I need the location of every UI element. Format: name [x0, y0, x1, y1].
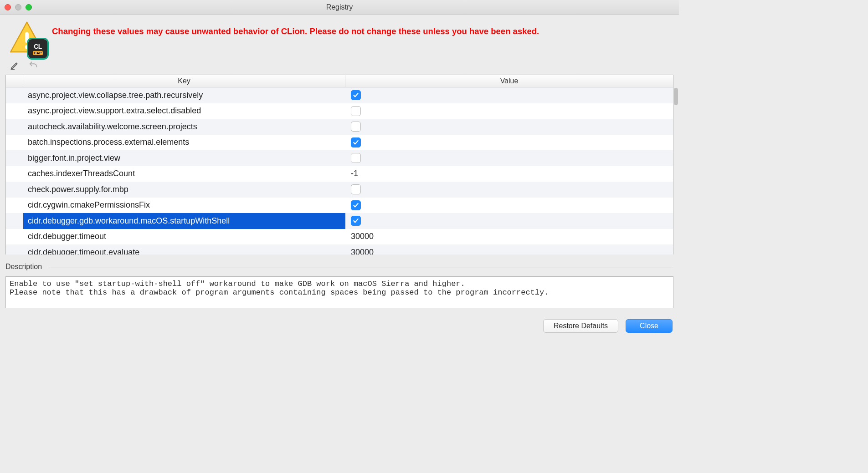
row-key[interactable]: check.power.supply.for.mbp: [23, 182, 345, 198]
row-value[interactable]: [345, 213, 673, 229]
titlebar: Registry: [0, 0, 679, 15]
table-row[interactable]: bigger.font.in.project.view: [6, 150, 673, 166]
table-row[interactable]: cidr.debugger.gdb.workaround.macOS.start…: [6, 213, 673, 229]
row-key[interactable]: async.project.view.collapse.tree.path.re…: [23, 87, 345, 103]
table-row[interactable]: check.power.supply.for.mbp: [6, 182, 673, 198]
value-checkbox[interactable]: [351, 200, 361, 210]
value-checkbox[interactable]: [351, 122, 361, 132]
table-row[interactable]: async.project.view.support.extra.select.…: [6, 103, 673, 119]
warning-text: Changing these values may cause unwanted…: [52, 26, 539, 36]
table-body[interactable]: async.project.view.collapse.tree.path.re…: [6, 87, 673, 254]
footer: Restore Defaults Close: [0, 310, 679, 337]
value-text[interactable]: 30000: [351, 232, 374, 241]
value-checkbox[interactable]: [351, 90, 361, 100]
header-value[interactable]: Value: [345, 75, 673, 87]
description-text: Enable to use "set startup-with-shell of…: [5, 276, 673, 308]
row-value[interactable]: 30000: [345, 229, 673, 245]
row-value[interactable]: 30000: [345, 244, 673, 254]
header-key[interactable]: Key: [23, 75, 345, 87]
table-row[interactable]: cidr.cygwin.cmakePermissionsFix: [6, 198, 673, 214]
registry-window: Registry CL EAP Changing these values ma…: [0, 0, 679, 337]
row-key[interactable]: cidr.debugger.timeout: [23, 229, 345, 245]
close-button[interactable]: Close: [626, 319, 673, 333]
value-text[interactable]: -1: [351, 169, 358, 178]
app-badge-name: CL: [34, 43, 42, 50]
row-marker: [6, 198, 23, 214]
row-value[interactable]: [345, 198, 673, 214]
row-value[interactable]: [345, 87, 673, 103]
row-value[interactable]: [345, 150, 673, 166]
row-key[interactable]: batch.inspections.process.external.eleme…: [23, 135, 345, 151]
row-marker: [6, 87, 23, 103]
row-marker: [6, 229, 23, 245]
row-value[interactable]: [345, 135, 673, 151]
edit-icon[interactable]: [10, 60, 20, 70]
scrollbar-thumb[interactable]: [674, 88, 678, 105]
row-key[interactable]: async.project.view.support.extra.select.…: [23, 103, 345, 119]
row-key[interactable]: cidr.cygwin.cmakePermissionsFix: [23, 198, 345, 214]
app-badge-icon: CL EAP: [28, 39, 47, 58]
description-label: Description: [5, 263, 673, 272]
value-checkbox[interactable]: [351, 106, 361, 116]
row-value[interactable]: [345, 182, 673, 198]
row-marker: [6, 135, 23, 151]
maximize-window-button[interactable]: [26, 4, 32, 10]
registry-table: Key Value async.project.view.collapse.tr…: [5, 75, 673, 254]
row-value[interactable]: [345, 103, 673, 119]
window-title: Registry: [0, 3, 679, 11]
close-window-button[interactable]: [5, 4, 11, 10]
app-badge-tag: EAP: [33, 51, 43, 55]
toolbar: [0, 58, 679, 73]
row-marker: [6, 213, 23, 229]
minimize-window-button[interactable]: [15, 4, 21, 10]
row-key[interactable]: bigger.font.in.project.view: [23, 150, 345, 166]
value-checkbox[interactable]: [351, 137, 361, 147]
row-key[interactable]: autocheck.availability.welcome.screen.pr…: [23, 119, 345, 135]
row-marker: [6, 244, 23, 254]
table-row[interactable]: autocheck.availability.welcome.screen.pr…: [6, 119, 673, 135]
row-value[interactable]: -1: [345, 166, 673, 182]
value-text[interactable]: 30000: [351, 248, 374, 254]
traffic-lights: [5, 4, 32, 10]
header-marker: [6, 75, 23, 87]
description-section: Description Enable to use "set startup-w…: [0, 254, 679, 310]
row-marker: [6, 150, 23, 166]
warning-icon: CL EAP: [9, 20, 45, 56]
table-row[interactable]: batch.inspections.process.external.eleme…: [6, 135, 673, 151]
row-key[interactable]: cidr.debugger.gdb.workaround.macOS.start…: [23, 213, 345, 229]
row-marker: [6, 103, 23, 119]
row-key[interactable]: caches.indexerThreadsCount: [23, 166, 345, 182]
row-marker: [6, 182, 23, 198]
table-row[interactable]: caches.indexerThreadsCount-1: [6, 166, 673, 182]
row-key[interactable]: cidr.debugger.timeout.evaluate: [23, 244, 345, 254]
table-header: Key Value: [6, 75, 673, 87]
restore-defaults-button[interactable]: Restore Defaults: [543, 319, 618, 333]
value-checkbox[interactable]: [351, 153, 361, 163]
undo-icon: [28, 60, 38, 70]
value-checkbox[interactable]: [351, 184, 361, 194]
table-row[interactable]: cidr.debugger.timeout30000: [6, 229, 673, 245]
table-row[interactable]: cidr.debugger.timeout.evaluate30000: [6, 244, 673, 254]
value-checkbox[interactable]: [351, 216, 361, 226]
table-row[interactable]: async.project.view.collapse.tree.path.re…: [6, 87, 673, 103]
row-value[interactable]: [345, 119, 673, 135]
row-marker: [6, 166, 23, 182]
row-marker: [6, 119, 23, 135]
header: CL EAP Changing these values may cause u…: [0, 15, 679, 58]
